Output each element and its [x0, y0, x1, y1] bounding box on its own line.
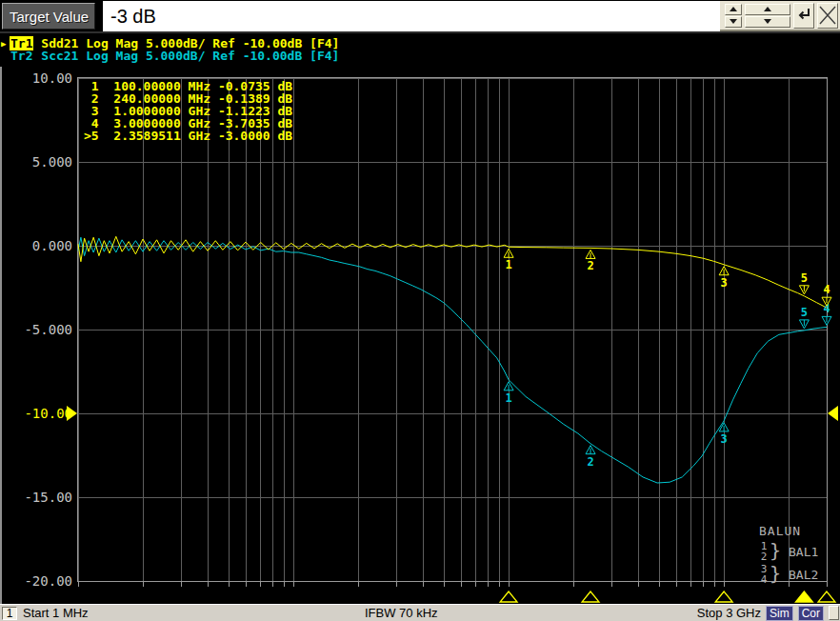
balun-ports: 3 4	[759, 564, 769, 585]
marker-5-Sdd21: 5	[799, 271, 809, 294]
sweep-start-label: Start 1 MHz	[23, 606, 89, 620]
marker-3-Sdd21: 3	[719, 267, 729, 290]
port-label: 4	[759, 574, 769, 585]
marker-5-Scc21: 5	[799, 306, 809, 329]
stimulus-marker-1[interactable]	[500, 591, 517, 602]
marker-number: 2	[587, 259, 593, 272]
marker-1-Scc21: 1	[504, 382, 513, 405]
target-value-input[interactable]	[103, 1, 720, 31]
trace2-desc	[33, 49, 41, 63]
marker-number: 3	[721, 432, 728, 446]
port-label: 2	[759, 551, 769, 562]
stimulus-marker-5[interactable]	[795, 591, 812, 602]
arrow-up-icon	[764, 7, 771, 11]
enter-button[interactable]	[793, 3, 814, 29]
grid	[78, 78, 828, 588]
dialog-buttons	[720, 1, 840, 31]
ref-level-marker-right[interactable]	[828, 406, 838, 421]
close-button[interactable]	[817, 3, 838, 29]
trace2-tag[interactable]: Tr2	[10, 49, 33, 63]
marker-number: 5	[801, 306, 808, 319]
brace-glyph: }	[770, 562, 781, 585]
marker-1-Sdd21: 1	[504, 249, 513, 271]
marker-table: 1 100.00000 MHz -0.0735 dB 2 240.00000 M…	[84, 80, 292, 142]
channel-indicator: 1	[2, 607, 17, 620]
ifbw-label: IFBW 70 kHz	[365, 606, 438, 620]
y-axis-label: -15.00	[24, 490, 72, 505]
cor-status-badge: Cor	[798, 606, 824, 621]
marker-number: 1	[505, 258, 511, 271]
marker-number: 3	[721, 276, 728, 290]
fine-spinner	[725, 4, 742, 28]
status-bar: 1 Start 1 MHz IFBW 70 kHz Stop 3 GHz Sim…	[0, 604, 840, 621]
window-left-edge	[0, 33, 2, 604]
y-axis-label: 0.000	[32, 238, 72, 253]
balun-title: BALUN	[759, 524, 818, 538]
brace-glyph: }	[770, 539, 781, 562]
trace-info-bar: ▶Tr1 Sdd21 Log Mag 5.000dB/ Ref -10.00dB…	[0, 33, 840, 67]
status-empty-box	[829, 606, 839, 620]
y-axis-label: 5.000	[32, 154, 72, 170]
balun-group-1: 1 2 } BAL1	[759, 540, 818, 563]
trace2-desc-text: Scc21 Log Mag 5.000dB/ Ref -10.00dB [F4]	[41, 49, 339, 63]
balun-group-2: 3 4 } BAL2	[759, 563, 818, 586]
y-axis-label: 10.00	[32, 70, 72, 86]
stimulus-marker-2[interactable]	[582, 591, 599, 602]
marker-number: 1	[505, 391, 511, 405]
coarse-step-down-button[interactable]	[745, 16, 790, 28]
trace2-info: Tr2 Scc21 Log Mag 5.000dB/ Ref -10.00dB …	[0, 50, 840, 62]
marker-table-row: >5 2.3589511 GHz -3.0000 dB	[84, 130, 292, 142]
balun-group-label: BAL2	[789, 568, 818, 582]
arrow-up-icon	[730, 7, 737, 11]
coarse-step-up-button[interactable]	[745, 4, 790, 15]
stimulus-marker-3[interactable]	[715, 591, 732, 602]
dialog-title: Target Value	[2, 3, 95, 30]
fine-step-up-button[interactable]	[725, 4, 742, 15]
active-trace-arrow-icon: ▶	[0, 39, 10, 49]
marker-number: 5	[801, 271, 808, 285]
target-value-dialog: Target Value	[0, 0, 840, 33]
balun-ports: 1 2	[759, 541, 769, 562]
enter-icon	[794, 6, 813, 25]
y-axis-label: -10.00	[24, 406, 72, 421]
balun-group-label: BAL1	[789, 545, 818, 559]
y-axis-label: -5.000	[24, 322, 72, 337]
arrow-down-icon	[730, 19, 737, 24]
marker-2-Scc21: 2	[586, 446, 595, 469]
marker-number: 2	[587, 455, 593, 469]
y-axis-label: -20.00	[24, 573, 72, 589]
fine-step-down-button[interactable]	[725, 16, 742, 28]
sweep-stop-label: Stop 3 GHz	[697, 606, 761, 620]
close-icon	[818, 5, 837, 26]
marker-2-Sdd21: 2	[586, 250, 595, 272]
coarse-spinner	[745, 4, 790, 28]
status-right-cluster: Stop 3 GHz Sim Cor	[697, 606, 840, 621]
stimulus-marker-4[interactable]	[818, 591, 835, 602]
arrow-down-icon	[764, 19, 771, 24]
balun-legend: BALUN 1 2 } BAL1 3 4 } BAL2	[759, 524, 818, 586]
sim-status-badge: Sim	[766, 606, 793, 621]
marker-number: 4	[823, 283, 830, 296]
